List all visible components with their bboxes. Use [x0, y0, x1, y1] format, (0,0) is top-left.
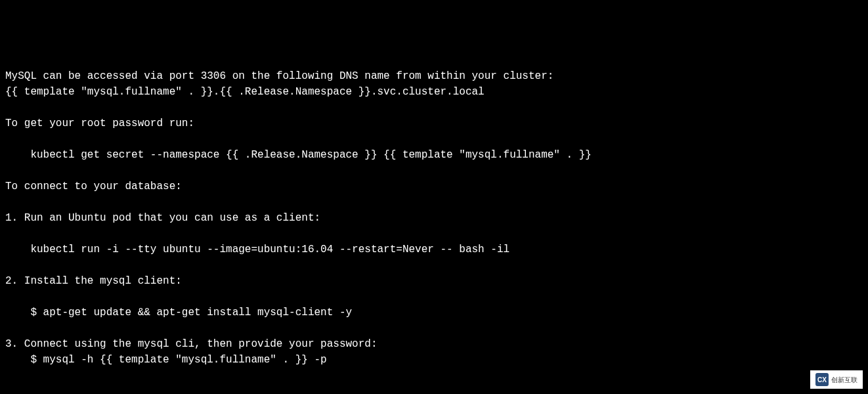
- terminal-line: $ apt-get update && apt-get install mysq…: [5, 305, 863, 320]
- terminal-line: [5, 320, 863, 336]
- terminal-line: [5, 289, 863, 305]
- terminal-line: MySQL can be accessed via port 3306 on t…: [5, 68, 863, 84]
- terminal-line: 2. Install the mysql client:: [5, 273, 863, 289]
- terminal-line: To get your root password run:: [5, 116, 863, 131]
- terminal-line: [5, 163, 863, 179]
- terminal-line: [5, 100, 863, 116]
- terminal-line: [5, 257, 863, 273]
- watermark-text: 创新互联: [831, 375, 857, 385]
- terminal-line: kubectl get secret --namespace {{ .Relea…: [5, 147, 863, 163]
- terminal-line: [5, 226, 863, 242]
- terminal-line: 3. Connect using the mysql cli, then pro…: [5, 336, 863, 352]
- watermark-badge: CX 创新互联: [810, 370, 863, 389]
- terminal-line: {{ template "mysql.fullname" . }}.{{ .Re…: [5, 84, 863, 100]
- terminal-line: kubectl run -i --tty ubuntu --image=ubun…: [5, 242, 863, 257]
- terminal-line: [5, 131, 863, 147]
- terminal-line: To connect to your database:: [5, 179, 863, 194]
- watermark-logo-icon: CX: [815, 373, 829, 386]
- terminal-line: [5, 194, 863, 210]
- terminal-line: 1. Run an Ubuntu pod that you can use as…: [5, 210, 863, 226]
- terminal-output[interactable]: MySQL can be accessed via port 3306 on t…: [5, 68, 863, 368]
- terminal-line: $ mysql -h {{ template "mysql.fullname" …: [5, 352, 863, 368]
